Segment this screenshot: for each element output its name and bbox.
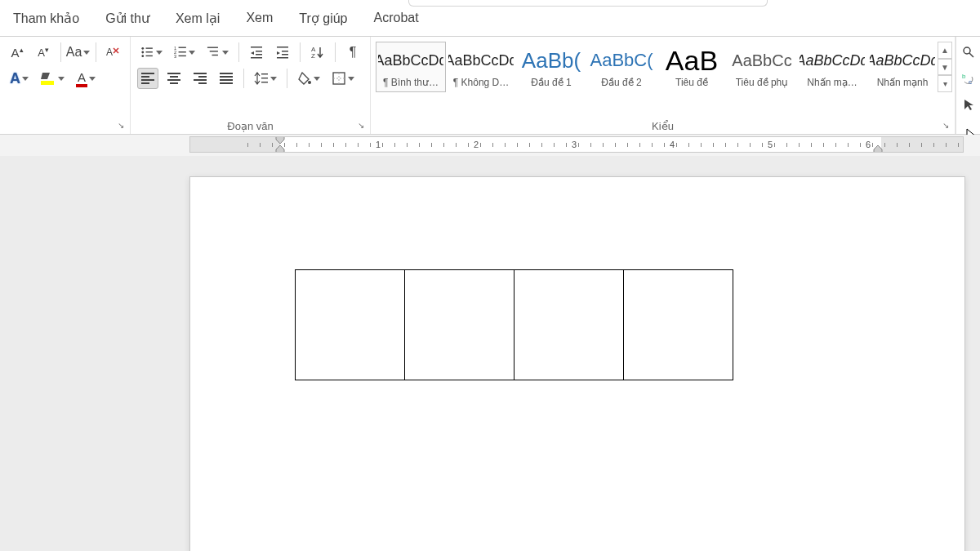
- table-cell[interactable]: [405, 270, 514, 380]
- increase-indent-button[interactable]: [272, 42, 293, 63]
- tell-me-search[interactable]: [408, 0, 768, 7]
- ruler-number: 5: [768, 140, 773, 149]
- svg-rect-35: [194, 73, 207, 74]
- svg-rect-40: [220, 76, 233, 78]
- svg-rect-15: [210, 51, 218, 51]
- shading-button[interactable]: [294, 68, 323, 89]
- borders-button[interactable]: [328, 68, 358, 89]
- svg-rect-33: [167, 79, 180, 81]
- styles-group-label: Kiểu: [371, 120, 955, 132]
- highlight-button[interactable]: [37, 68, 68, 89]
- shrink-font-button[interactable]: A▾: [33, 42, 54, 63]
- ruler-number: 1: [376, 140, 381, 149]
- document-page[interactable]: [189, 176, 965, 551]
- svg-rect-28: [141, 76, 149, 78]
- svg-text:Z: Z: [311, 52, 315, 60]
- svg-rect-22: [282, 51, 288, 52]
- svg-rect-11: [178, 51, 185, 52]
- styles-scroll-down[interactable]: ▼: [938, 59, 952, 76]
- paragraph-group-launcher[interactable]: ↘: [355, 119, 367, 131]
- style-preview: AaBbCcDd: [448, 44, 514, 77]
- style-tile-2[interactable]: AaBb(Đầu đề 1: [516, 42, 586, 92]
- grow-font-button[interactable]: A▴: [7, 42, 28, 63]
- text-effects-button[interactable]: A: [7, 68, 32, 89]
- style-tile-3[interactable]: AaBbC(Đầu đề 2: [586, 42, 657, 92]
- decrease-indent-button[interactable]: [246, 42, 267, 63]
- group-font: A▴ A▾ Aa A A A ↘: [0, 37, 131, 134]
- clear-formatting-button[interactable]: A: [102, 42, 123, 63]
- numbering-button[interactable]: 123: [171, 42, 199, 63]
- font-group-launcher[interactable]: ↘: [115, 119, 127, 131]
- svg-rect-45: [261, 82, 268, 82]
- style-name-label: ¶ Không D…: [448, 77, 514, 88]
- horizontal-ruler[interactable]: 123456: [189, 136, 964, 153]
- document-area[interactable]: [0, 156, 980, 551]
- align-center-button[interactable]: [163, 68, 185, 89]
- svg-rect-41: [220, 79, 233, 81]
- editing-group: bc: [956, 37, 980, 134]
- style-tile-1[interactable]: AaBbCcDd¶ Không D…: [446, 42, 516, 92]
- svg-rect-30: [141, 82, 149, 84]
- sort-button[interactable]: AZ: [307, 42, 328, 63]
- styles-scroll-up[interactable]: ▲: [938, 42, 952, 59]
- svg-text:3: 3: [174, 54, 176, 59]
- ribbon: A▴ A▾ Aa A A A ↘: [0, 37, 980, 135]
- svg-rect-47: [333, 73, 345, 84]
- svg-rect-36: [198, 76, 207, 78]
- svg-rect-44: [261, 78, 268, 78]
- svg-rect-7: [146, 56, 153, 56]
- bullets-button[interactable]: [137, 42, 166, 63]
- table-cell[interactable]: [296, 270, 405, 380]
- ruler-number: 3: [572, 140, 577, 149]
- style-tile-5[interactable]: AaBbCcTiêu đề phụ: [727, 42, 797, 92]
- align-justify-button[interactable]: [216, 68, 237, 89]
- align-right-button[interactable]: [189, 68, 211, 89]
- group-paragraph: 123 AZ ¶: [131, 37, 371, 134]
- replace-button[interactable]: bc: [958, 69, 979, 87]
- first-line-indent-marker[interactable]: [275, 136, 285, 153]
- change-case-button[interactable]: Aa: [68, 42, 89, 63]
- style-name-label: ¶ Bình thư…: [378, 77, 443, 88]
- svg-rect-17: [251, 47, 262, 48]
- svg-rect-5: [146, 51, 153, 52]
- tab-references[interactable]: Tham khảo: [0, 0, 92, 36]
- svg-rect-31: [167, 73, 180, 74]
- tab-view[interactable]: Xem: [233, 0, 286, 36]
- style-tile-0[interactable]: AaBbCcDd¶ Bình thư…: [376, 42, 446, 92]
- style-name-label: Nhấn mạ…: [800, 77, 865, 88]
- find-button[interactable]: [958, 43, 979, 61]
- svg-rect-1: [41, 81, 54, 85]
- select-button[interactable]: [958, 96, 979, 113]
- table-cell[interactable]: [624, 270, 733, 380]
- font-color-button[interactable]: A: [73, 68, 99, 89]
- svg-rect-19: [256, 54, 262, 56]
- style-name-label: Đầu đề 2: [589, 77, 654, 88]
- svg-rect-34: [170, 82, 178, 84]
- table-cell[interactable]: [514, 270, 624, 380]
- svg-rect-3: [146, 47, 153, 48]
- svg-line-51: [969, 53, 973, 57]
- svg-text:A: A: [106, 47, 113, 58]
- line-spacing-button[interactable]: [251, 68, 280, 89]
- style-preview: AaBbCcDd: [378, 44, 443, 77]
- group-styles: AaBbCcDd¶ Bình thư…AaBbCcDd¶ Không D…AaB…: [371, 37, 956, 134]
- svg-point-6: [141, 55, 144, 57]
- style-preview: AaBbCcDd: [870, 44, 935, 77]
- multilevel-list-button[interactable]: [203, 42, 232, 63]
- svg-point-2: [141, 47, 144, 50]
- align-left-button[interactable]: [137, 68, 158, 89]
- svg-rect-9: [178, 47, 185, 47]
- show-hide-marks-button[interactable]: ¶: [342, 42, 363, 63]
- styles-more-button[interactable]: ▾: [938, 75, 952, 92]
- svg-rect-37: [194, 79, 207, 81]
- style-tile-7[interactable]: AaBbCcDdNhấn mạnh: [867, 42, 938, 92]
- tab-help[interactable]: Trợ giúp: [286, 0, 360, 36]
- document-table[interactable]: [295, 269, 733, 380]
- tab-mailings[interactable]: Gửi thư: [92, 0, 163, 36]
- style-tile-4[interactable]: AaBTiêu đề: [657, 42, 727, 92]
- style-tile-6[interactable]: AaBbCcDdNhấn mạ…: [797, 42, 867, 92]
- style-name-label: Nhấn mạnh: [870, 77, 935, 88]
- right-indent-marker[interactable]: [873, 144, 883, 153]
- styles-group-launcher[interactable]: ↘: [940, 119, 951, 131]
- tab-review[interactable]: Xem lại: [163, 0, 233, 36]
